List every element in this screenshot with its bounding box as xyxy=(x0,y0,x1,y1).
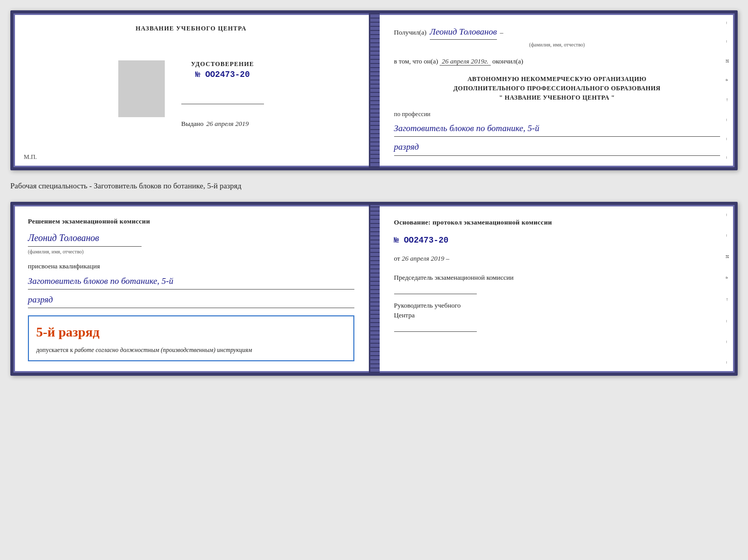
profession-label: по профессии xyxy=(394,109,721,119)
highlight-desc: допускается к работе согласно должностны… xyxy=(36,345,346,355)
qualification-value: Заготовитель блоков по ботанике, 5-й xyxy=(28,274,354,290)
issued-line: Выдано 26 апреля 2019 xyxy=(181,120,264,128)
photo-placeholder xyxy=(118,60,165,117)
chairman-label: Председатель экзаменационной комиссии xyxy=(394,273,721,294)
bottom-right-content: Основание: протокол экзаменационной коми… xyxy=(394,216,721,332)
director-line1: Руководитель учебного xyxy=(394,300,721,311)
bottom-cert-left: Решением экзаменационной комиссии Леонид… xyxy=(13,205,370,373)
top-left-header: НАЗВАНИЕ УЧЕБНОГО ЦЕНТРА xyxy=(135,25,246,33)
proto-number: № OO2473-20 xyxy=(394,233,721,248)
cert-label: УДОСТОВЕРЕНИЕ xyxy=(181,60,264,68)
director-sig-line xyxy=(394,323,477,332)
profession-block: по профессии Заготовитель блоков по бота… xyxy=(394,109,721,156)
name-block-bottom: Леонид Толованов (фамилия, имя, отчество… xyxy=(28,231,354,256)
chairman-text: Председатель экзаменационной комиссии xyxy=(394,273,721,283)
bottom-cert-right: Основание: протокол экзаменационной коми… xyxy=(380,205,735,373)
highlight-desc-em: работе согласно должностным (производств… xyxy=(74,346,252,354)
date-suffix: окончил(а) xyxy=(492,57,523,65)
bottom-razryad-value: разряд xyxy=(28,293,354,308)
recipient-line: Получил(а) Леонид Толованов – xyxy=(394,25,721,40)
top-cert-right: Получил(а) Леонид Толованов – (фамилия, … xyxy=(380,13,735,167)
osnov-label: Основание: протокол экзаменационной коми… xyxy=(394,216,721,228)
bottom-certificate-card: Решением экзаменационной комиссии Леонид… xyxy=(10,202,738,376)
director-line2: Центра xyxy=(394,310,721,321)
decision-text: Решением экзаменационной комиссии xyxy=(28,216,354,227)
recipient-name: Леонид Толованов xyxy=(430,25,497,40)
issued-prefix: Выдано xyxy=(181,120,204,127)
right-marks-top: – – И а ← – – – xyxy=(723,13,731,167)
from-date-val: 26 апреля 2019 xyxy=(402,254,444,262)
org-line2: ДОПОЛНИТЕЛЬНОГО ПРОФЕССИОНАЛЬНОГО ОБРАЗО… xyxy=(394,84,721,93)
profession-value: Заготовитель блоков по ботанике, 5-й xyxy=(394,121,721,137)
org-line1: АВТОНОМНУЮ НЕКОММЕРЧЕСКУЮ ОРГАНИЗАЦИЮ xyxy=(394,74,721,84)
cert-number: № OO2473-20 xyxy=(181,70,264,79)
director-label: Руководитель учебного Центра xyxy=(394,300,721,332)
specialty-label: Рабочая специальность - Заготовитель бло… xyxy=(10,180,738,193)
date-value: 26 апреля 2019г. xyxy=(440,57,490,66)
razryad-value: разряд xyxy=(394,140,721,155)
date-prefix: в том, что он(а) xyxy=(394,57,439,65)
org-name-block: АВТОНОМНУЮ НЕКОММЕРЧЕСКУЮ ОРГАНИЗАЦИЮ ДО… xyxy=(394,74,721,102)
recipient-hint: (фамилия, имя, отчество) xyxy=(394,41,721,49)
top-cert-spine xyxy=(370,13,380,167)
org-line3: " НАЗВАНИЕ УЧЕБНОГО ЦЕНТРА " xyxy=(394,93,721,102)
bottom-name-value: Леонид Толованов xyxy=(28,231,354,246)
from-date: от 26 апреля 2019 – xyxy=(394,252,721,264)
highlight-desc-prefix: допускается к xyxy=(36,346,73,354)
from-prefix: от xyxy=(394,254,400,262)
top-cert-left: НАЗВАНИЕ УЧЕБНОГО ЦЕНТРА УДОСТОВЕРЕНИЕ №… xyxy=(13,13,370,167)
qualification-label: присвоена квалификация xyxy=(28,261,354,272)
right-marks-bottom: – – И а ← – – – xyxy=(723,205,731,373)
cert-info-block: УДОСТОВЕРЕНИЕ № OO2473-20 Выдано 26 апре… xyxy=(181,60,264,128)
date-line: в том, что он(а) 26 апреля 2019г. окончи… xyxy=(394,56,721,67)
issued-date: 26 апреля 2019 xyxy=(206,120,248,127)
page-wrapper: НАЗВАНИЕ УЧЕБНОГО ЦЕНТРА УДОСТОВЕРЕНИЕ №… xyxy=(10,10,738,376)
bottom-left-content: Решением экзаменационной комиссии Леонид… xyxy=(28,216,354,362)
chairman-sig-line xyxy=(394,285,477,294)
bottom-name-hint: (фамилия, имя, отчество) xyxy=(28,248,354,256)
bottom-cert-spine xyxy=(370,205,380,373)
highlight-rank: 5-й разряд xyxy=(36,322,346,343)
mp-label: М.П. xyxy=(24,153,37,161)
highlight-box: 5-й разряд допускается к работе согласно… xyxy=(28,315,354,361)
recipient-prefix: Получил(а) xyxy=(394,27,427,38)
top-right-content: Получил(а) Леонид Толованов – (фамилия, … xyxy=(394,25,721,156)
top-certificate-card: НАЗВАНИЕ УЧЕБНОГО ЦЕНТРА УДОСТОВЕРЕНИЕ №… xyxy=(10,10,738,170)
